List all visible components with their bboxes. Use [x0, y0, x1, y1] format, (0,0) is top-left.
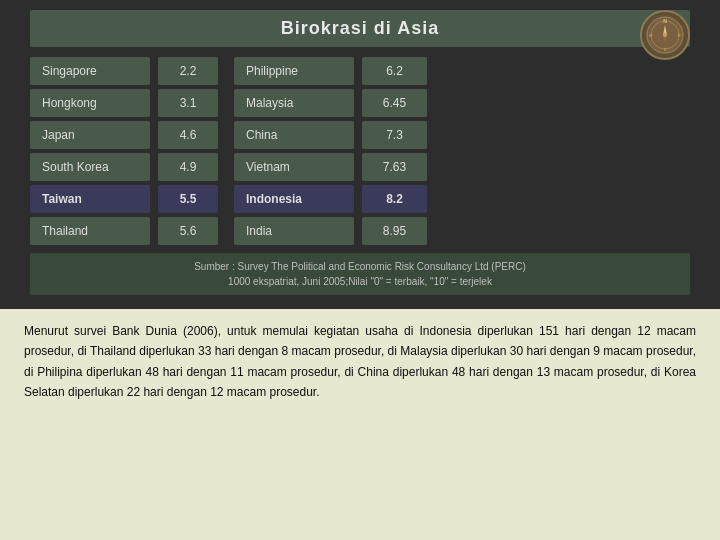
- top-section: Birokrasi di Asia N S W E: [0, 0, 720, 309]
- table-row: Singapore 2.2 Philippine 6.2: [30, 57, 690, 85]
- table-row: Japan 4.6 China 7.3: [30, 121, 690, 149]
- left-country: Singapore: [30, 57, 150, 85]
- right-country: Philippine: [234, 57, 354, 85]
- left-country: South Korea: [30, 153, 150, 181]
- left-country: Hongkong: [30, 89, 150, 117]
- right-value: 7.3: [362, 121, 427, 149]
- left-value: 5.5: [158, 185, 218, 213]
- table-row: Hongkong 3.1 Malaysia 6.45: [30, 89, 690, 117]
- right-country: Indonesia: [234, 185, 354, 213]
- right-value: 6.45: [362, 89, 427, 117]
- left-country: Taiwan: [30, 185, 150, 213]
- compass-icon: N S W E: [640, 10, 690, 60]
- table-row: Taiwan 5.5 Indonesia 8.2: [30, 185, 690, 213]
- table-row: Thailand 5.6 India 8.95: [30, 217, 690, 245]
- svg-text:E: E: [678, 33, 681, 38]
- left-value: 3.1: [158, 89, 218, 117]
- right-value: 8.2: [362, 185, 427, 213]
- right-country: China: [234, 121, 354, 149]
- main-container: Birokrasi di Asia N S W E: [0, 0, 720, 540]
- left-value: 4.6: [158, 121, 218, 149]
- title-bar: Birokrasi di Asia: [30, 10, 690, 47]
- svg-text:W: W: [649, 33, 653, 38]
- right-value: 8.95: [362, 217, 427, 245]
- right-country: India: [234, 217, 354, 245]
- right-value: 7.63: [362, 153, 427, 181]
- left-value: 2.2: [158, 57, 218, 85]
- table-row: South Korea 4.9 Vietnam 7.63: [30, 153, 690, 181]
- left-value: 4.9: [158, 153, 218, 181]
- left-country: Thailand: [30, 217, 150, 245]
- body-paragraph: Menurut survei Bank Dunia (2006), untuk …: [0, 309, 720, 540]
- right-country: Malaysia: [234, 89, 354, 117]
- source-citation: Sumber : Survey The Political and Econom…: [30, 253, 690, 295]
- right-value: 6.2: [362, 57, 427, 85]
- left-value: 5.6: [158, 217, 218, 245]
- left-country: Japan: [30, 121, 150, 149]
- right-country: Vietnam: [234, 153, 354, 181]
- svg-point-8: [663, 33, 667, 37]
- page-title: Birokrasi di Asia: [30, 18, 690, 39]
- data-table: Singapore 2.2 Philippine 6.2 Hongkong 3.…: [30, 57, 690, 245]
